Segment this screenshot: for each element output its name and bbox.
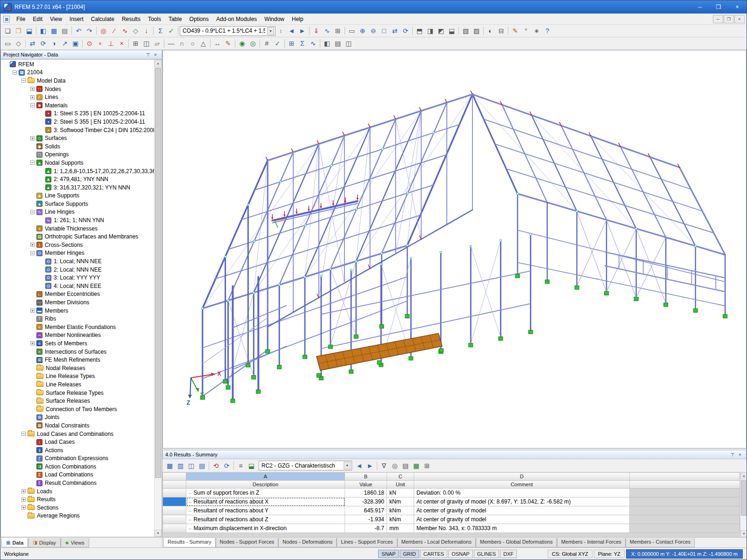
print-graphic-button[interactable]: ▤ bbox=[332, 38, 343, 49]
menu-insert[interactable]: Insert bbox=[66, 14, 87, 24]
tree-item-surface-release-types[interactable]: Surface Release Types bbox=[1, 389, 154, 397]
show-loads-button[interactable]: ⇓ bbox=[311, 26, 322, 36]
combo-dropdown-icon[interactable]: ▾ bbox=[267, 27, 274, 35]
collapse-icon[interactable]: − bbox=[30, 251, 35, 255]
cell-value[interactable]: 1860.18 bbox=[345, 489, 387, 497]
isolate-objects-button[interactable]: ◎ bbox=[247, 38, 258, 49]
tree-item-variable-thicknesses[interactable]: ≡Variable Thicknesses bbox=[1, 224, 154, 233]
restore-icon[interactable]: ❐ bbox=[709, 1, 728, 13]
calculate-button[interactable]: Σ bbox=[155, 26, 166, 36]
expand-icon[interactable]: + bbox=[30, 243, 35, 247]
status-toggle-cartes[interactable]: CARTES bbox=[420, 550, 447, 558]
scroll-up-icon[interactable]: ▲ bbox=[155, 60, 162, 67]
show-results-button[interactable]: ∿ bbox=[322, 26, 332, 36]
tree-item-member-hinges[interactable]: −⊙Member Hinges bbox=[1, 249, 154, 258]
load-case-spinner[interactable]: ↕ bbox=[275, 26, 286, 36]
tables-toggle-button[interactable]: ▦ bbox=[49, 26, 59, 36]
tree-item-intersections-of-surfaces[interactable]: ×Intersections of Surfaces bbox=[1, 348, 154, 356]
column-header-a[interactable]: A bbox=[186, 473, 345, 481]
rotate-object-button[interactable]: ⟳ bbox=[38, 38, 49, 49]
column-header-b[interactable]: B bbox=[345, 473, 387, 481]
navigator-pin-icon[interactable]: ⊤ bbox=[144, 51, 152, 58]
scroll-down-icon[interactable]: ▼ bbox=[155, 530, 162, 537]
cell-value[interactable]: 645.917 bbox=[345, 506, 387, 515]
load-case-combo[interactable]: CO439 - 0.9*LC1 + 1.5*LC4 + 1.5*LC5 ▾ bbox=[180, 26, 275, 36]
tree-scroll-thumb[interactable] bbox=[155, 68, 161, 478]
expand-icon[interactable]: + bbox=[30, 308, 35, 313]
menu-results[interactable]: Results bbox=[118, 14, 144, 24]
tree-item-1-1-2-6-8-10-15-17-20-22-26-27-30-33-36-41-43[interactable]: ▲1: 1,2,6,8-10,15-17,20,22,26,27,30,33,3… bbox=[1, 167, 154, 175]
expand-icon[interactable]: + bbox=[30, 136, 35, 140]
new-line-button[interactable]: ∕ bbox=[109, 26, 120, 36]
previous-table-button[interactable]: ◄ bbox=[354, 460, 365, 471]
select-special-button[interactable]: ▨ bbox=[471, 26, 482, 36]
next-load-case-button[interactable]: ► bbox=[297, 26, 308, 36]
show-all-objects-button[interactable]: ◉ bbox=[237, 38, 247, 49]
comment-tool-button[interactable]: ✎ bbox=[223, 38, 233, 49]
tree-item-line-hinges[interactable]: −∿Line Hinges bbox=[1, 208, 154, 217]
menu-table[interactable]: Table bbox=[165, 14, 186, 24]
navigator-toggle-button[interactable]: ◧ bbox=[38, 26, 49, 36]
view-z-button[interactable]: ⬓ bbox=[446, 26, 457, 36]
filter-results-button[interactable]: ∇ bbox=[379, 460, 389, 471]
menu-options[interactable]: Options bbox=[186, 14, 212, 24]
move-view-button[interactable]: ⇄ bbox=[389, 26, 400, 36]
tree-item-1-261-1-nnn-ynn[interactable]: ∿1: 261; 1; NNN YNN bbox=[1, 216, 154, 224]
table-settings-button[interactable]: ≡ bbox=[235, 460, 246, 471]
select-window-button[interactable]: ▧ bbox=[460, 26, 471, 36]
mirror-object-button[interactable]: ◑ bbox=[49, 38, 59, 49]
redo-button[interactable]: ↷ bbox=[84, 26, 95, 36]
expand-icon[interactable]: + bbox=[21, 497, 26, 502]
display-options-button[interactable]: ◧ bbox=[322, 38, 332, 49]
cell-comment[interactable]: At center of gravity of model bbox=[414, 515, 630, 524]
tree-item-average-regions[interactable]: Average Regions bbox=[1, 512, 154, 520]
tree-item-model-data[interactable]: −Model Data bbox=[1, 77, 154, 85]
table-columns-button[interactable]: ◫ bbox=[186, 460, 197, 471]
table-filter-rows-button[interactable]: ▥ bbox=[175, 460, 186, 471]
tree-item-sets-of-members[interactable]: +≡Sets of Members bbox=[1, 339, 154, 348]
units-settings-button[interactable]: ° bbox=[521, 26, 531, 36]
result-combo-dropdown-icon[interactable]: ▾ bbox=[344, 462, 351, 469]
tree-item-2-479-481-yny-nnn[interactable]: ▲2: 479,481; YNY NNN bbox=[1, 175, 154, 183]
tree-item-line-releases[interactable]: Line Releases bbox=[1, 380, 154, 389]
tree-item-1-steel-s-235-en-10025-2-2004-11[interactable]: ▪1: Steel S 235 | EN 10025-2:2004-11 bbox=[1, 110, 154, 118]
tree-item-orthotropic-surfaces-and-membranes[interactable]: ▤Orthotropic Surfaces and Membranes bbox=[1, 232, 154, 241]
menu-view[interactable]: View bbox=[46, 14, 66, 24]
circle-tool-button[interactable]: ○ bbox=[187, 38, 198, 49]
zoom-in-button[interactable]: ⊕ bbox=[357, 26, 368, 36]
tree-item-members[interactable]: +▬Members bbox=[1, 307, 154, 315]
mdi-close-icon[interactable]: × bbox=[734, 15, 745, 23]
cell-description[interactable]: –Resultant of reactions about Y bbox=[186, 506, 345, 515]
tree-item-nodal-constraints[interactable]: ⊠Nodal Constraints bbox=[1, 421, 154, 430]
expand-icon[interactable]: + bbox=[30, 341, 35, 345]
calculator-button[interactable]: ⊞ bbox=[422, 460, 432, 471]
rotate-view-button[interactable]: ⟳ bbox=[400, 26, 411, 36]
menu-add-on-modules[interactable]: Add-on Modules bbox=[212, 14, 261, 24]
result-tables-button[interactable]: ▦ bbox=[164, 460, 175, 471]
refresh-results-button[interactable]: ⟲ bbox=[211, 460, 221, 471]
results-tab-nodes-support-forces[interactable]: Nodes - Support Forces bbox=[216, 538, 279, 547]
results-close-icon[interactable]: × bbox=[736, 451, 744, 458]
results-pin-icon[interactable]: ⊤ bbox=[729, 451, 736, 458]
zoom-out-button[interactable]: ⊖ bbox=[368, 26, 379, 36]
status-toggle-glines[interactable]: GLINES bbox=[474, 550, 499, 558]
tree-item-load-cases[interactable]: ↓Load Cases bbox=[1, 438, 154, 446]
table-row[interactable]: –Maximum displacement in X-direction-8.7… bbox=[163, 524, 740, 533]
copy-object-button[interactable]: ▣ bbox=[70, 38, 81, 49]
tree-item-connection-of-two-members[interactable]: Connection of Two Members bbox=[1, 405, 154, 413]
cell-comment[interactable]: Member No. 343, x: 0.783333 m bbox=[414, 524, 630, 533]
cell-description[interactable]: –Sum of support forces in Z bbox=[186, 489, 345, 497]
cell-description[interactable]: –Resultant of reactions about X bbox=[186, 497, 345, 506]
dimension-tool-button[interactable]: ↔ bbox=[212, 38, 223, 49]
snap-middle-button[interactable]: ∘ bbox=[95, 38, 106, 49]
collapse-icon[interactable]: − bbox=[30, 103, 35, 107]
tree-item-3-local-yyy-yyy[interactable]: ⊙3: Local; YYY YYY bbox=[1, 273, 154, 282]
tree-item-line-supports[interactable]: ▲Line Supports bbox=[1, 192, 154, 200]
collapse-icon[interactable]: − bbox=[30, 210, 35, 214]
result-combination-combo[interactable]: RC2 - GZG - Charakteristisch ▾ bbox=[259, 461, 352, 470]
table-scroll-down-icon[interactable]: ▼ bbox=[740, 530, 747, 537]
snap-intersection-button[interactable]: × bbox=[116, 38, 127, 49]
table-row[interactable]: –Resultant of reactions about Z-1.934kNm… bbox=[163, 515, 740, 524]
previous-load-case-button[interactable]: ◄ bbox=[286, 26, 297, 36]
scale-object-button[interactable]: ↗ bbox=[59, 38, 70, 49]
